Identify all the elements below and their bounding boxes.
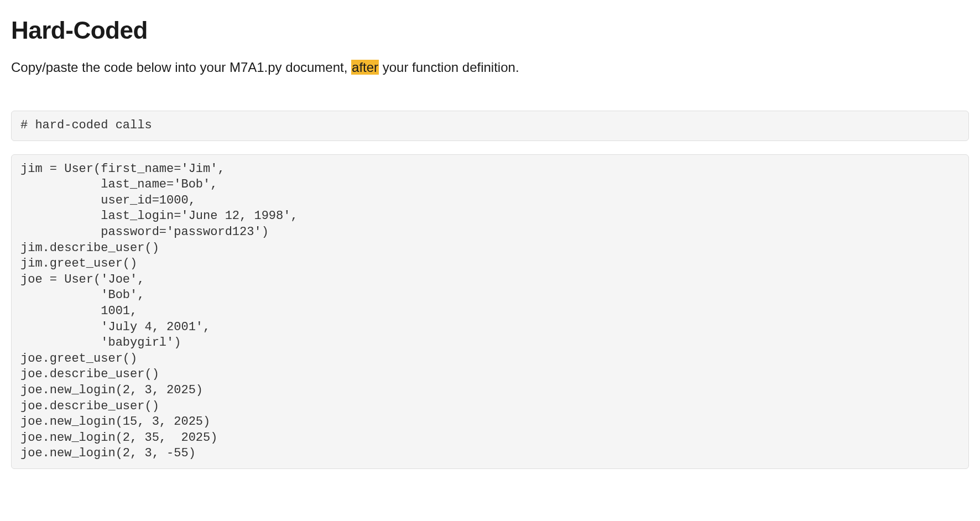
- code-block-comment[interactable]: # hard-coded calls: [11, 111, 969, 141]
- page-heading: Hard-Coded: [11, 17, 969, 44]
- instruction-text: Copy/paste the code below into your M7A1…: [11, 58, 969, 77]
- instruction-pre: Copy/paste the code below into your M7A1…: [11, 60, 351, 75]
- instruction-post: your function definition.: [379, 60, 519, 75]
- code-block-main[interactable]: jim = User(first_name='Jim', last_name='…: [11, 154, 969, 469]
- instruction-highlight: after: [351, 60, 379, 75]
